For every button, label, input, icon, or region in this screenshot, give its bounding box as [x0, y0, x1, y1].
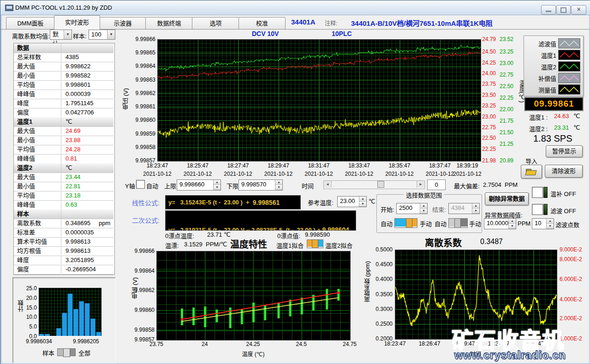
- filter-points-spinner[interactable]: 10▲▼: [532, 218, 554, 229]
- temp2-unit: ℃: [573, 124, 580, 131]
- temp1-label: 温度1 :: [529, 113, 548, 121]
- tick-label: 0.5000: [367, 246, 393, 253]
- range-manual1-label: 手动: [420, 219, 432, 228]
- waveform-style-icon[interactable]: [558, 50, 580, 60]
- waveform-style-icon[interactable]: [558, 38, 580, 48]
- table-row: 样本: [14, 209, 113, 219]
- fit2-label: 温度2拟合: [325, 241, 352, 250]
- title-bar[interactable]: DMM PC-TOOL v1.20.11.29 by ZDD ×: [0, 0, 590, 15]
- temp-characteristic-plot[interactable]: [156, 251, 351, 340]
- temp2-label: 温度2 :: [529, 124, 548, 133]
- range-start-spinner[interactable]: 2500▲▼: [396, 203, 428, 214]
- time-offset-field[interactable]: 0: [427, 179, 446, 190]
- range-end-mode-toggle[interactable]: [448, 218, 468, 228]
- minimize-button[interactable]: [541, 5, 556, 15]
- sample-count-label: 样本:: [73, 31, 87, 40]
- tick-label: 9.99865: [128, 49, 155, 56]
- maximize-button[interactable]: [556, 5, 571, 15]
- waveform-style-icon[interactable]: [558, 84, 580, 95]
- tempchart-x-label: 温度 (℃): [230, 350, 276, 358]
- scrollbar-thumb[interactable]: [377, 181, 384, 188]
- legend-item-温度1[interactable]: 温度1: [527, 50, 580, 60]
- chevron-down-icon[interactable]: ▼: [64, 30, 72, 39]
- tick-label: 23.25: [482, 102, 501, 109]
- table-row: 算术平均值9.998613: [14, 237, 113, 247]
- spin-up-icon: ▲: [547, 219, 554, 224]
- cv-mean-dropdown[interactable]: 默认▼: [50, 30, 72, 40]
- legend-item-补偿值[interactable]: 补偿值: [527, 73, 580, 83]
- tick-label: 10.0: [23, 314, 37, 320]
- linear-formula-label: 线性公式:: [132, 198, 160, 207]
- time-scrollbar[interactable]: ◄ ►: [323, 180, 425, 189]
- app-window: DMM PC-TOOL v1.20.11.29 by ZDD × DMM面板实时…: [0, 0, 590, 364]
- filter-checkbox[interactable]: [532, 204, 543, 215]
- spin-down-icon: ▼: [472, 209, 479, 214]
- legend-item-温度2[interactable]: 温度2: [527, 61, 580, 72]
- tab-校准[interactable]: 校准: [238, 17, 286, 29]
- tab-数据终端[interactable]: 数据终端: [145, 17, 193, 29]
- app-icon: [5, 5, 13, 11]
- tab-选项[interactable]: 选项: [192, 17, 239, 29]
- legend-panel: 滤波值温度1温度2补偿值测量值: [524, 36, 584, 96]
- tick-label: 18:29:47: [260, 162, 297, 169]
- note-label: 注释:: [325, 19, 337, 27]
- waveform-style-icon[interactable]: [558, 61, 580, 72]
- tick-label: 18:31:47: [300, 162, 337, 169]
- max-deviation-label: 最大偏差:: [454, 181, 480, 190]
- hist-x-min: 9.9986034: [26, 338, 52, 345]
- table-row: 平均值24.28: [14, 145, 113, 155]
- tick-label: 9.99858: [128, 144, 155, 150]
- table-row: 数据: [14, 43, 113, 53]
- chevron-down-icon[interactable]: ▼: [107, 30, 115, 39]
- range-start-mode-toggle[interactable]: [394, 218, 417, 228]
- tick-label: 9.000E-2: [560, 246, 587, 253]
- legend-item-滤波值[interactable]: 滤波值: [527, 38, 580, 48]
- outlier-threshold-spinner[interactable]: 10.0000▲▼: [484, 218, 516, 229]
- lower-limit-spinner[interactable]: 9.998570▲▼: [238, 179, 283, 191]
- upper-limit-label: 上限: [164, 181, 176, 190]
- close-button[interactable]: ×: [571, 5, 586, 15]
- table-row: 温度2℃: [14, 163, 113, 173]
- sample-all-toggle[interactable]: [57, 348, 76, 356]
- tab-示波器[interactable]: 示波器: [99, 17, 146, 29]
- dmm-reading-display: 09.99861: [524, 97, 584, 111]
- tick-label: 8.000E-2: [560, 256, 587, 263]
- temp-comp-checkbox[interactable]: [532, 187, 543, 198]
- table-row: 标准差0.0000035: [14, 228, 113, 238]
- table-row: 最大值23.44: [14, 173, 113, 182]
- tab-实时波形[interactable]: 实时波形: [54, 15, 100, 30]
- import-label: 导入: [525, 156, 537, 165]
- table-row: 最小值9.998582: [14, 71, 113, 81]
- scroll-right-icon: ►: [417, 181, 424, 188]
- main-chart-title: DCV 10V: [252, 30, 279, 37]
- upper-limit-spinner[interactable]: 9.998660▲▼: [177, 179, 221, 191]
- tab-DMM面板[interactable]: DMM面板: [6, 17, 55, 29]
- table-row: 最小值22.81: [14, 182, 113, 191]
- import-folder-button[interactable]: [521, 165, 542, 179]
- pause-display-button[interactable]: 暂停显示: [546, 145, 583, 157]
- tick-label: 24.5: [287, 341, 315, 347]
- spin-up-icon: ▲: [359, 197, 366, 202]
- zero-drift-value-label: 0漂点值:: [277, 231, 300, 240]
- tick-label: 23.52: [500, 36, 518, 42]
- tick-label: 2021-10-12: [380, 171, 419, 177]
- tick-label: 18:35:47: [381, 162, 418, 169]
- spin-up-icon: ▲: [509, 219, 516, 224]
- tick-label: 24: [191, 341, 219, 347]
- tick-label: 9.99864: [127, 268, 155, 274]
- remove-outliers-button[interactable]: 剔除异常数据: [485, 192, 529, 205]
- legend-item-测量值[interactable]: 测量值: [527, 84, 580, 95]
- tick-label: 22.25: [500, 95, 518, 101]
- fit-select-toggle[interactable]: [307, 239, 323, 248]
- tick-label: 2021-10-12: [138, 171, 177, 177]
- main-waveform-plot[interactable]: [157, 39, 481, 161]
- sample-count-dropdown[interactable]: 100▼: [89, 30, 115, 40]
- waveform-style-icon[interactable]: [558, 73, 580, 83]
- clear-waveform-button[interactable]: 清除波形: [545, 165, 583, 178]
- tick-label: 2.000E-2: [560, 315, 587, 322]
- ref-temp-spinner[interactable]: 23.00▲▼: [337, 196, 367, 207]
- tick-label: 2021-10-12: [340, 171, 379, 177]
- note-text: 34401A-B/10V档/横河7651-10mA串联1K电阻: [351, 18, 493, 28]
- range-end-spinner[interactable]: 4384▲▼: [448, 203, 480, 214]
- yaxis-auto-checkbox[interactable]: [136, 180, 145, 189]
